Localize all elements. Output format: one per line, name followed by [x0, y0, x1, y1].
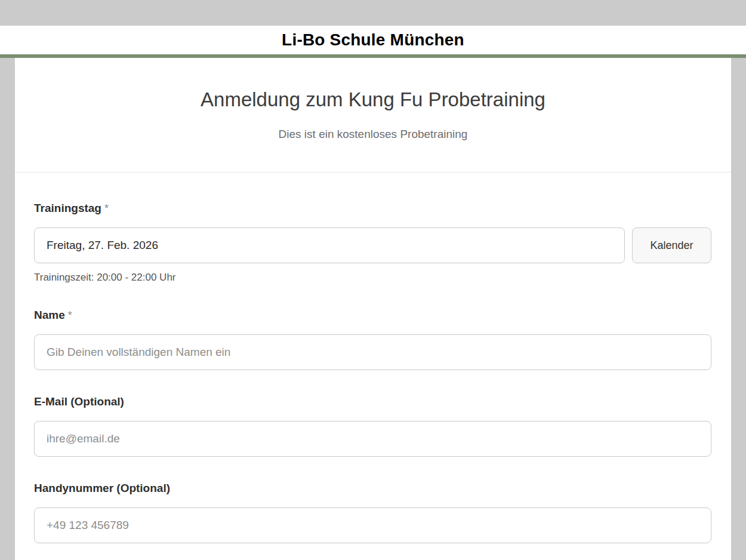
- email-label: E-Mail (Optional): [34, 395, 711, 408]
- site-header: Li-Bo Schule München: [0, 26, 746, 54]
- form-title: Anmeldung zum Kung Fu Probetraining: [33, 88, 713, 111]
- calendar-button[interactable]: Kalender: [632, 227, 711, 263]
- training-day-group: Trainingstag* Kalender Trainingszeit: 20…: [34, 202, 711, 284]
- email-group: E-Mail (Optional): [34, 395, 711, 457]
- phone-input[interactable]: [34, 507, 711, 543]
- phone-label: Handynummer (Optional): [34, 482, 711, 495]
- name-label: Name*: [34, 309, 711, 322]
- training-day-input[interactable]: [34, 227, 625, 263]
- training-time-helper: Trainingszeit: 20:00 - 22:00 Uhr: [34, 272, 711, 284]
- form-subtitle: Dies ist ein kostenloses Probetraining: [33, 128, 713, 141]
- training-day-label-text: Trainingstag: [34, 202, 101, 214]
- name-input[interactable]: [34, 334, 711, 370]
- required-marker: *: [104, 202, 109, 214]
- training-day-label: Trainingstag*: [34, 202, 711, 215]
- form-hero: Anmeldung zum Kung Fu Probetraining Dies…: [15, 58, 731, 173]
- registration-form: Trainingstag* Kalender Trainingszeit: 20…: [15, 173, 731, 543]
- phone-group: Handynummer (Optional): [34, 482, 711, 543]
- name-group: Name*: [34, 309, 711, 370]
- form-card: Anmeldung zum Kung Fu Probetraining Dies…: [15, 58, 731, 560]
- email-input[interactable]: [34, 421, 711, 457]
- training-day-row: Kalender: [34, 227, 711, 263]
- top-margin: [0, 0, 746, 26]
- site-title: Li-Bo Schule München: [282, 30, 464, 50]
- name-label-text: Name: [34, 309, 65, 321]
- required-marker: *: [68, 309, 72, 321]
